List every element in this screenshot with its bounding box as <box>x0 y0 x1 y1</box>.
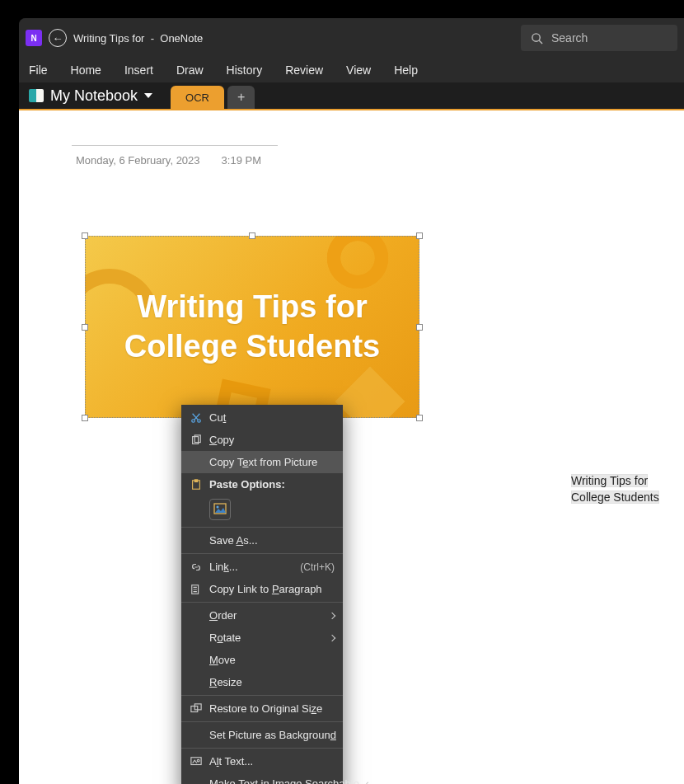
ctx-set-background[interactable]: Set Picture as Background <box>181 724 343 746</box>
page-date: Monday, 6 February, 2023 <box>76 154 200 167</box>
separator <box>181 527 343 528</box>
ctx-alt-text-label: Alt Text... <box>209 755 335 768</box>
blank-icon <box>190 676 203 689</box>
menu-review[interactable]: Review <box>282 60 326 80</box>
app-name: OneNote <box>160 32 203 45</box>
decoration-ring <box>321 236 395 295</box>
svg-point-0 <box>532 33 540 40</box>
plus-icon: + <box>237 90 245 105</box>
ctx-make-searchable[interactable]: Make Text in Image Searchable <box>181 772 343 784</box>
image-headline: Writing Tips for College Students <box>124 288 380 366</box>
tab-label: OCR <box>185 92 209 104</box>
ctx-restore-label: Restore to Original Size <box>209 702 335 715</box>
chevron-right-icon <box>329 634 335 641</box>
paragraph-link-icon <box>190 583 203 596</box>
back-button[interactable] <box>49 29 67 47</box>
ctx-link[interactable]: Link... (Ctrl+K) <box>181 556 343 578</box>
ctx-save-as-label: Save As... <box>209 534 335 547</box>
decoration-diamond <box>335 367 405 418</box>
ctx-copy-link-paragraph[interactable]: Copy Link to Paragraph <box>181 578 343 600</box>
ctx-paste-option-picture <box>181 495 343 525</box>
notebook-tab-row: My Notebook OCR + <box>19 82 684 110</box>
menu-bar: File Home Insert Draw History Review Vie… <box>19 58 684 82</box>
blank-icon <box>190 609 203 622</box>
ctx-copy-label: Copy <box>209 434 335 446</box>
image-line1: Writing Tips for <box>137 289 367 324</box>
ctx-paste-options-label: Paste Options: <box>209 478 335 491</box>
ctx-move[interactable]: Move <box>181 649 343 671</box>
ctx-copy-text-from-picture[interactable]: Copy Text from Picture <box>181 451 343 473</box>
blank-icon <box>190 729 203 742</box>
separator <box>181 695 343 696</box>
menu-view[interactable]: View <box>343 60 374 80</box>
ctx-copy[interactable]: Copy <box>181 429 343 451</box>
search-box[interactable]: Search <box>521 25 677 51</box>
window-title: Writing Tips for - OneNote <box>73 32 203 45</box>
title-sep: - <box>151 32 154 45</box>
chevron-right-icon <box>329 612 335 618</box>
separator <box>181 602 343 603</box>
clipboard-icon <box>190 478 203 491</box>
inserted-image[interactable]: Writing Tips for College Students <box>75 226 429 428</box>
page-meta: Monday, 6 February, 2023 3:19 PM <box>76 154 261 167</box>
page-canvas[interactable]: Monday, 6 February, 2023 3:19 PM Writing… <box>19 110 684 784</box>
menu-history[interactable]: History <box>223 60 266 80</box>
ctx-link-label: Link... <box>209 561 293 573</box>
ctx-cut-label: Cut <box>209 411 335 424</box>
blank-icon <box>190 456 203 469</box>
menu-help[interactable]: Help <box>391 60 421 80</box>
separator <box>181 748 343 749</box>
app-window: N Writing Tips for - OneNote Search File… <box>19 18 684 784</box>
context-menu: Cut Copy Copy Text from Picture Paste Op… <box>181 405 343 784</box>
ctx-save-as[interactable]: Save As... <box>181 529 343 552</box>
ctx-order[interactable]: Order <box>181 604 343 627</box>
image-content: Writing Tips for College Students <box>85 236 419 418</box>
ctx-resize-label: Resize <box>209 676 335 688</box>
blank-icon <box>190 777 203 785</box>
ctx-alt-text[interactable]: Alt Text... <box>181 750 343 772</box>
add-tab-button[interactable]: + <box>227 86 255 109</box>
title-underline <box>72 145 278 146</box>
ctx-cut[interactable]: Cut <box>181 406 343 429</box>
ctx-link-hint: (Ctrl+K) <box>300 561 335 573</box>
restore-size-icon <box>190 702 203 716</box>
svg-point-2 <box>192 419 195 422</box>
ocr-line2: College Students <box>571 491 659 504</box>
notebook-icon <box>29 89 44 102</box>
menu-home[interactable]: Home <box>68 60 105 80</box>
chevron-down-icon <box>144 93 152 98</box>
separator <box>181 721 343 722</box>
title-bar: N Writing Tips for - OneNote Search <box>19 18 684 58</box>
notebook-dropdown[interactable]: My Notebook <box>19 82 162 109</box>
ocr-line1: Writing Tips for <box>571 474 648 487</box>
link-icon <box>190 561 203 574</box>
notebook-name: My Notebook <box>50 87 138 105</box>
tab-ocr[interactable]: OCR <box>171 86 224 109</box>
search-icon <box>531 32 543 45</box>
menu-draw[interactable]: Draw <box>173 60 207 80</box>
ctx-rotate[interactable]: Rotate <box>181 627 343 649</box>
alt-text-icon <box>190 755 203 768</box>
menu-insert[interactable]: Insert <box>121 60 157 80</box>
paste-keep-picture-button[interactable] <box>209 499 231 520</box>
svg-point-9 <box>217 506 219 509</box>
search-placeholder: Search <box>551 31 588 45</box>
ctx-paste-options-header: Paste Options: <box>181 473 343 495</box>
ctx-resize[interactable]: Resize <box>181 671 343 693</box>
ctx-order-label: Order <box>209 609 323 622</box>
ctx-set-bg-label: Set Picture as Background <box>209 729 336 741</box>
menu-file[interactable]: File <box>26 60 51 80</box>
blank-icon <box>190 631 203 645</box>
ctx-copy-text-label: Copy Text from Picture <box>209 456 335 468</box>
doc-title: Writing Tips for <box>73 32 144 45</box>
blank-icon <box>190 654 203 667</box>
ctx-copy-link-label: Copy Link to Paragraph <box>209 583 335 595</box>
ocr-result-text[interactable]: Writing Tips for College Students <box>571 473 659 505</box>
ctx-rotate-label: Rotate <box>209 631 323 644</box>
ctx-restore-original-size[interactable]: Restore to Original Size <box>181 697 343 720</box>
ctx-searchable-label: Make Text in Image Searchable <box>209 777 359 784</box>
blank-icon <box>190 534 203 547</box>
scissors-icon <box>190 411 203 425</box>
ctx-move-label: Move <box>209 654 335 666</box>
svg-rect-7 <box>194 479 198 481</box>
